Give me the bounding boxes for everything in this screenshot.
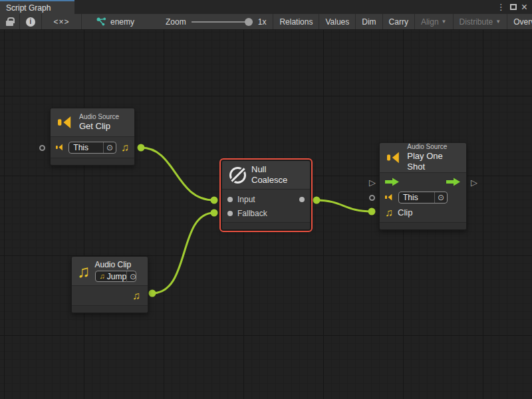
- target-picker-icon[interactable]: ⊙: [103, 142, 116, 153]
- port-row: This ⊙ ♫: [51, 137, 134, 158]
- node-header: Audio Source Get Clip: [51, 108, 134, 137]
- node-body: This ⊙ ♫ Clip: [380, 173, 466, 222]
- connection-wire: [141, 148, 214, 200]
- tab-bar: Script Graph ⋮ ×: [0, 0, 532, 14]
- values-label: Values: [325, 17, 349, 27]
- node-null-coalesce[interactable]: Null Coalesce Input Fallback: [221, 160, 311, 230]
- node-footer: [72, 305, 148, 313]
- note-icon: ♫: [100, 273, 105, 280]
- input-port[interactable]: [227, 197, 233, 202]
- result-output-port[interactable]: [299, 197, 305, 202]
- input-label: Input: [237, 195, 255, 204]
- audio-source-icon: [56, 144, 64, 151]
- tab-script-graph[interactable]: Script Graph: [0, 0, 74, 14]
- chevron-down-icon: ▼: [495, 19, 501, 25]
- node-title: Get Clip: [79, 121, 119, 132]
- toolbar-buttons: Relations Values Dim Carry Align ▼ Distr…: [273, 14, 532, 29]
- target-picker-icon[interactable]: ⊙: [434, 192, 447, 203]
- flow-out-arrow-icon: [446, 178, 461, 186]
- connected-port-dot: [368, 208, 376, 215]
- flow-in-arrow-icon: [385, 178, 400, 186]
- port-row-this: This ⊙: [380, 190, 466, 205]
- connection-wire: [152, 213, 214, 293]
- this-input-port[interactable]: [369, 195, 375, 201]
- node-header: Null Coalesce: [222, 161, 310, 190]
- visual-scripting-window: Script Graph ⋮ × i <×> enemy: [0, 0, 532, 399]
- audio-source-icon: [387, 151, 402, 164]
- edit-code-button[interactable]: <×>: [42, 14, 82, 29]
- audio-clip-field[interactable]: ♫ Jump ⊙: [95, 271, 136, 282]
- port-row-clip: ♫ Clip: [380, 205, 466, 220]
- align-label: Align: [421, 17, 439, 27]
- graph-icon: [96, 17, 106, 26]
- dim-label: Dim: [362, 17, 376, 27]
- close-icon[interactable]: ×: [521, 2, 527, 13]
- zoom-value: 1x: [258, 17, 267, 27]
- zoom-slider-track: [192, 21, 253, 23]
- this-dropdown[interactable]: This ⊙: [68, 142, 116, 154]
- connected-port-dot: [138, 144, 145, 152]
- connected-port-dot: [149, 290, 156, 297]
- flow-row: [380, 174, 466, 190]
- fallback-port[interactable]: [227, 211, 233, 216]
- kebab-menu-icon[interactable]: ⋮: [497, 3, 505, 11]
- flow-input-port[interactable]: ▷: [369, 179, 376, 186]
- node-get-clip[interactable]: Audio Source Get Clip This ⊙ ♫: [50, 108, 135, 166]
- connection-wire: [317, 200, 372, 211]
- connected-port-dot: [211, 197, 218, 204]
- lock-button[interactable]: [0, 14, 20, 29]
- this-input-port[interactable]: [39, 145, 45, 151]
- graph-toolbar: i <×> enemy Zoom 1x Relations: [0, 14, 532, 30]
- graph-name: enemy: [110, 17, 134, 27]
- node-title: Audio Clip: [95, 260, 136, 269]
- audio-source-icon: [58, 116, 74, 129]
- node-play-one-shot[interactable]: Audio Source Play One Shot: [379, 142, 467, 230]
- audio-clip-icon: ♫: [77, 263, 90, 280]
- node-audio-clip[interactable]: ♫ Audio Clip ♫ Jump ⊙ ♫: [71, 256, 148, 313]
- distribute-label: Distribute: [460, 17, 493, 27]
- port-row-fallback: Fallback: [222, 206, 310, 220]
- connected-port-dot: [313, 197, 321, 204]
- node-header: Audio Source Play One Shot: [380, 143, 466, 173]
- port-row-input: Input: [222, 192, 310, 206]
- node-footer: [380, 222, 466, 229]
- audio-clip-value: Jump: [107, 272, 126, 281]
- relations-label: Relations: [279, 17, 313, 27]
- distribute-dropdown[interactable]: Distribute ▼: [453, 14, 507, 29]
- window-controls: ⋮ ×: [497, 0, 532, 14]
- graph-breadcrumb: enemy: [82, 14, 140, 29]
- overview-button[interactable]: Overview: [507, 14, 532, 29]
- maximize-icon[interactable]: [510, 4, 517, 10]
- audio-clip-output-icon: ♫: [121, 142, 129, 153]
- node-body: Input Fallback: [222, 190, 310, 222]
- node-footer: [51, 158, 134, 165]
- chevron-down-icon: ▼: [442, 19, 447, 25]
- info-button[interactable]: i: [20, 14, 42, 29]
- node-footer: [222, 222, 310, 229]
- values-button[interactable]: Values: [319, 14, 355, 29]
- null-coalesce-icon: [229, 167, 246, 184]
- carry-button[interactable]: Carry: [382, 14, 414, 29]
- carry-label: Carry: [389, 17, 408, 27]
- relations-button[interactable]: Relations: [273, 14, 319, 29]
- node-title: Null Coalesce: [251, 164, 303, 186]
- node-header: ♫ Audio Clip ♫ Jump ⊙: [72, 257, 148, 286]
- fallback-label: Fallback: [237, 209, 267, 218]
- flow-output-port[interactable]: ▷: [471, 179, 477, 186]
- target-picker-icon[interactable]: ⊙: [126, 271, 139, 282]
- info-icon: i: [26, 17, 35, 27]
- zoom-slider[interactable]: [192, 17, 253, 27]
- lock-icon: [6, 21, 13, 26]
- node-category: Audio Source: [79, 113, 119, 121]
- dim-button[interactable]: Dim: [355, 14, 382, 29]
- graph-canvas[interactable]: Audio Source Get Clip This ⊙ ♫: [0, 30, 532, 399]
- clip-input-icon: ♫: [385, 207, 393, 218]
- code-icon: <×>: [53, 17, 69, 27]
- zoom-slider-knob[interactable]: [245, 18, 253, 26]
- node-category: Audio Source: [407, 143, 459, 151]
- align-dropdown[interactable]: Align ▼: [414, 14, 453, 29]
- this-dropdown[interactable]: This ⊙: [398, 192, 448, 203]
- zoom-control: Zoom 1x: [159, 14, 273, 29]
- this-value: This: [73, 143, 103, 152]
- clip-label: Clip: [398, 207, 412, 217]
